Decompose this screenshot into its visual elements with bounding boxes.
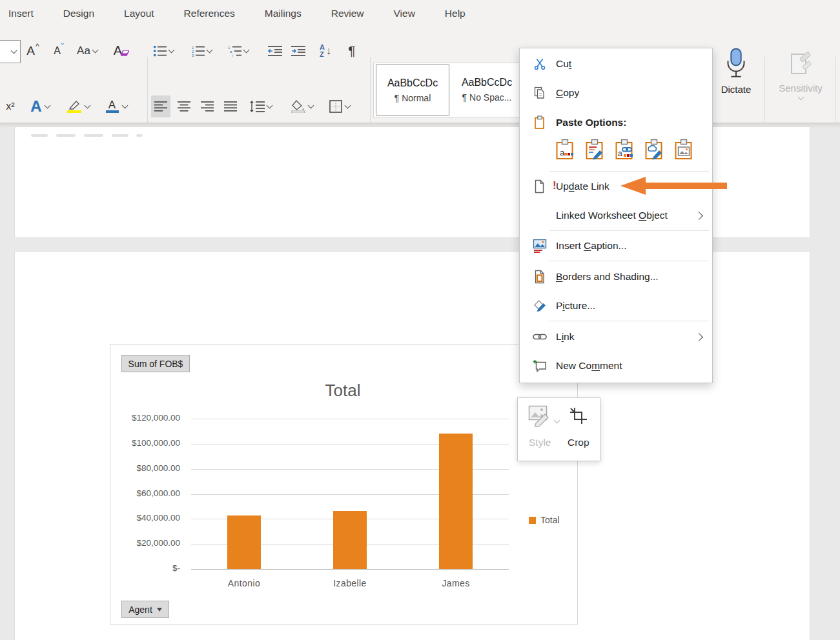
change-case-button[interactable]: Aa [72,40,102,62]
linked-chart-object[interactable]: Sum of FOB$ Total $-$20,000.00$40,000.00… [110,344,578,625]
sort-icon: AZ ↓ [320,44,331,58]
numbered-list-icon: 123 [192,45,205,57]
svg-text:i: i [232,54,232,57]
tab-mailings[interactable]: Mailings [265,8,302,19]
shading-button[interactable] [285,94,319,119]
text-highlight-button[interactable] [61,94,96,119]
clipboard-icon [531,115,548,130]
paste-link-use-destination-styles-button[interactable] [644,139,664,163]
superscript-button[interactable]: x² [0,95,21,117]
cut-icon [531,57,548,70]
bullet-list-icon [154,45,167,57]
picture-style-icon [528,405,553,427]
insert-caption-icon [531,239,548,253]
x-axis-label-james: James [417,578,495,588]
font-color-icon: A [106,100,119,114]
paste-keep-source-formatting-button[interactable]: a [555,139,575,163]
chart-gridline [191,569,509,570]
y-axis-tick-label: $20,000.00 [110,538,180,548]
menu-item-paste-options: Paste Options: [520,111,712,134]
menu-item-linked-worksheet-object[interactable]: Linked Worksheet Object [520,204,712,227]
update-link-icon: ! [531,179,548,194]
borders-shading-icon [531,270,548,284]
show-formatting-button[interactable]: ¶ [341,39,363,63]
bar-james [439,434,473,569]
picture-mini-toolbar: Style Crop [517,397,600,461]
bullets-button[interactable] [151,40,176,62]
tab-layout[interactable]: Layout [124,8,154,19]
tab-help[interactable]: Help [445,8,466,19]
paint-bucket-icon [291,100,305,113]
style-card-normal[interactable]: AaBbCcDc ¶ Normal [376,65,449,115]
borders-grid-icon [329,100,342,113]
crop-button-label: Crop [568,437,589,448]
text-effects-button[interactable]: A [25,94,56,119]
callout-arrow [619,174,728,197]
tab-view[interactable]: View [394,8,415,19]
decrease-indent-icon [268,45,282,57]
chart-gridline [191,419,509,419]
menu-item-picture[interactable]: Picture... [520,294,712,317]
multilevel-list-button[interactable]: 1ai [225,40,252,62]
align-center-button[interactable] [174,95,194,117]
style-button[interactable] [528,405,553,430]
svg-text:a: a [560,148,565,157]
tab-review[interactable]: Review [331,8,364,19]
copy-icon [531,86,548,99]
menu-item-cut[interactable]: Cut [520,52,712,75]
clear-formatting-button[interactable]: A [108,39,134,62]
style-card-no-spacing[interactable]: AaBbCcDc ¶ No Spac... [451,65,523,114]
pivot-axis-button[interactable]: Agent [121,601,169,618]
decrease-indent-button[interactable] [265,40,285,62]
numbering-button[interactable]: 123 [189,40,214,62]
style-button-label: Style [529,437,551,448]
align-right-icon [201,101,214,112]
align-right-button[interactable] [198,95,217,117]
bar-izabelle [333,511,367,569]
font-color-button[interactable]: A [99,94,133,119]
crop-button[interactable] [569,406,588,427]
font-size-combo[interactable] [0,40,21,63]
tab-design[interactable]: Design [63,8,94,19]
grow-font-button[interactable]: A^ [22,40,44,62]
svg-text:3: 3 [192,54,194,57]
justify-icon [224,101,237,112]
y-axis-tick-label: $100,000.00 [110,438,180,448]
menu-item-copy[interactable]: Copy [520,81,712,105]
menu-item-link[interactable]: Link [520,325,712,348]
paste-link-keep-source-formatting-button[interactable]: a [615,139,634,163]
word-window: { "ribbon": { "tabs": ["Insert", "Design… [0,0,840,640]
submenu-chevron-icon [695,212,703,220]
y-axis-tick-label: $60,000.00 [110,488,180,498]
microphone-icon [725,48,747,80]
increase-indent-button[interactable] [288,40,309,62]
align-left-button[interactable] [151,95,170,117]
borders-button[interactable] [323,94,356,119]
pivot-field-button[interactable]: Sum of FOB$ [121,355,190,372]
tab-insert[interactable]: Insert [8,8,34,19]
paste-merge-formatting-button[interactable] [585,139,604,163]
shrink-font-button[interactable]: Aˇ [48,40,70,62]
paste-picture-button[interactable] [674,139,693,163]
x-axis-label-antonio: Antonio [205,578,283,588]
dictate-button[interactable]: Dictate [714,32,758,110]
justify-button[interactable] [221,95,240,117]
sensitivity-button[interactable]: Sensitivity [773,32,828,116]
crop-icon [569,406,588,425]
y-axis-tick-label: $80,000.00 [110,463,180,473]
svg-text:1: 1 [192,46,194,50]
line-spacing-button[interactable] [245,95,275,117]
svg-text:1: 1 [228,46,230,50]
sensitivity-icon [788,50,813,79]
menu-item-new-comment[interactable]: New Comment [520,354,712,377]
menu-item-insert-caption[interactable]: Insert Caption... [520,234,712,257]
sort-button[interactable]: AZ ↓ [314,39,337,63]
tab-references[interactable]: References [184,8,235,19]
line-spacing-icon [249,101,265,112]
multilevel-list-icon: 1ai [228,45,241,57]
y-axis-tick-label: $120,000.00 [110,413,180,423]
link-icon [531,332,548,341]
menu-item-borders-and-shading[interactable]: Borders and Shading... [520,265,712,288]
eraser-icon [121,50,129,57]
style-dropdown-chevron[interactable] [555,414,559,425]
